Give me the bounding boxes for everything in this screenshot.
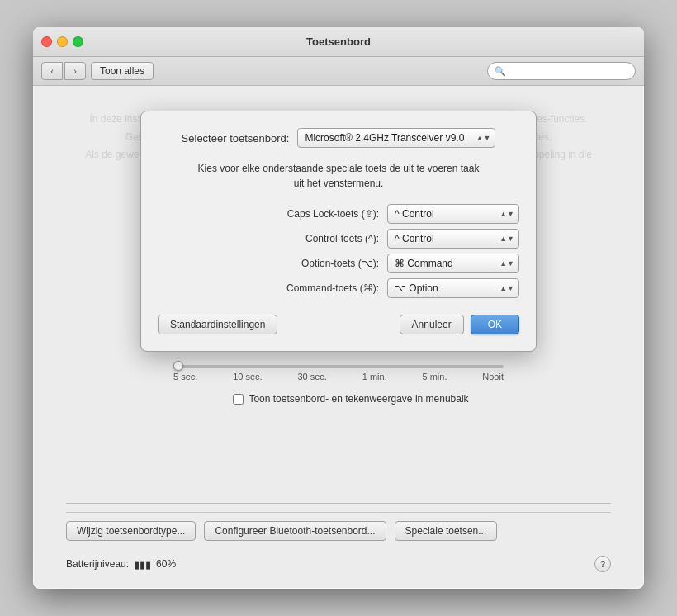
configure-bluetooth-button[interactable]: Configureer Bluetooth-toetsenbord... [204,521,386,541]
slider-track [173,365,504,368]
keyboard-menu-checkbox[interactable] [233,394,244,405]
close-button[interactable] [41,36,52,47]
slider-area: 5 sec. 10 sec. 30 sec. 1 min. 5 min. Noo… [50,365,627,393]
maximize-button[interactable] [73,36,83,47]
option-select-wrapper: ^ Control ⌥ Option ⌘ Command ⇧ Shift Gee… [387,254,519,273]
minimize-button[interactable] [57,36,68,47]
bottom-buttons: Wijzig toetsenbordtype... Configureer Bl… [66,512,611,549]
control-select[interactable]: ^ Control ⌥ Option ⌘ Command ⇧ Shift Gee… [387,229,519,249]
help-button[interactable]: ? [594,556,611,572]
traffic-lights [41,36,83,47]
separator [66,503,611,504]
back-button[interactable]: ‹ [41,62,63,80]
keyboard-menu-label: Toon toetsenbord- en tekenweergave in me… [249,393,468,405]
search-icon: 🔍 [495,66,506,77]
slider-labels: 5 sec. 10 sec. 30 sec. 1 min. 5 min. Noo… [173,372,504,381]
titlebar: Toetsenbord [33,27,644,57]
ok-button[interactable]: OK [471,315,519,334]
caps-lock-label: Caps Lock-toets (⇪): [247,208,379,220]
caps-lock-select-wrapper: ^ Control ⌥ Option ⌘ Command ⇧ Shift Gee… [387,204,519,224]
battery-info: Batterijniveau: ▮▮▮ 60% [66,558,176,571]
option-row: Option-toets (⌥): ^ Control ⌥ Option ⌘ C… [158,254,519,273]
option-label: Option-toets (⌥): [247,258,379,269]
slider-track-container [99,365,578,368]
nav-buttons: ‹ › [41,62,86,80]
keyboard-select-row: Selecteer toetsenbord: Microsoft® 2.4GHz… [158,128,519,148]
option-select[interactable]: ^ Control ⌥ Option ⌘ Command ⇧ Shift Gee… [387,254,519,273]
command-label: Command-toets (⌘): [247,282,379,294]
battery-value: 60% [156,558,176,570]
defaults-button[interactable]: Standaardinstellingen [158,315,277,334]
btn-group-right: Annuleer OK [400,315,519,334]
keyboard-select[interactable]: Microsoft® 2.4GHz Transceiver v9.0 [297,128,495,148]
caps-lock-row: Caps Lock-toets (⇪): ^ Control ⌥ Option … [158,204,519,224]
forward-button[interactable]: › [64,62,86,80]
battery-label: Batterijniveau: [66,558,129,570]
modifier-keys-dialog: Selecteer toetsenbord: Microsoft® 2.4GHz… [140,111,537,352]
change-keyboard-type-button[interactable]: Wijzig toetsenbordtype... [66,521,196,541]
content-area: In deze instellingen kunt u de snelkoppe… [33,86,644,589]
description-text: Kies voor elke onderstaande speciale toe… [158,161,519,191]
modifier-table: Caps Lock-toets (⇪): ^ Control ⌥ Option … [158,204,519,298]
toolbar: ‹ › Toon alles 🔍 [33,57,644,86]
main-window: Toetsenbord ‹ › Toon alles 🔍 In deze ins… [33,27,644,589]
cancel-button[interactable]: Annuleer [400,315,464,334]
keyboard-select-label: Selecteer toetsenbord: [182,132,290,145]
caps-lock-select[interactable]: ^ Control ⌥ Option ⌘ Command ⇧ Shift Gee… [387,204,519,224]
dialog-buttons: Standaardinstellingen Annuleer OK [158,315,519,334]
control-select-wrapper: ^ Control ⌥ Option ⌘ Command ⇧ Shift Gee… [387,229,519,249]
window-title: Toetsenbord [306,36,371,48]
battery-row: Batterijniveau: ▮▮▮ 60% ? [66,549,611,572]
control-row: Control-toets (^): ^ Control ⌥ Option ⌘ … [158,229,519,249]
control-label: Control-toets (^): [247,233,379,244]
keyboard-menu-checkbox-row: Toon toetsenbord- en tekenweergave in me… [208,393,468,405]
command-select[interactable]: ^ Control ⌥ Option ⌘ Command ⇧ Shift Gee… [387,278,519,298]
command-select-wrapper: ^ Control ⌥ Option ⌘ Command ⇧ Shift Gee… [387,278,519,298]
command-row: Command-toets (⌘): ^ Control ⌥ Option ⌘ … [158,278,519,298]
slider-thumb[interactable] [173,361,183,371]
bottom-buttons-area: Wijzig toetsenbordtype... Configureer Bl… [50,500,627,572]
special-keys-button[interactable]: Speciale toetsen... [395,521,498,541]
keyboard-select-wrapper: Microsoft® 2.4GHz Transceiver v9.0 ▲▼ [297,128,495,148]
battery-icon: ▮▮▮ [134,558,151,571]
search-box: 🔍 [487,62,636,80]
show-all-button[interactable]: Toon alles [91,62,154,80]
